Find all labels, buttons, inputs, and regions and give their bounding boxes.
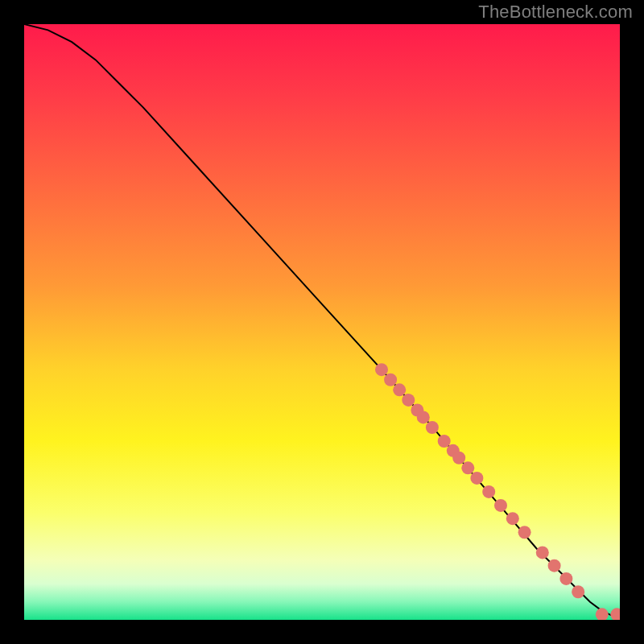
data-point: [438, 435, 451, 448]
data-point: [506, 512, 519, 525]
chart-plot-area: [24, 24, 620, 620]
data-point: [461, 461, 474, 474]
data-point: [393, 383, 406, 396]
data-point: [572, 585, 584, 598]
chart-frame: TheBottleneck.com: [0, 0, 644, 644]
attribution-label: TheBottleneck.com: [478, 2, 633, 23]
chart-svg: [24, 24, 620, 620]
data-point: [426, 421, 439, 434]
data-point: [375, 363, 388, 376]
data-point: [536, 546, 549, 559]
data-point: [482, 485, 495, 498]
data-point: [402, 394, 415, 407]
data-point: [384, 374, 397, 386]
data-point: [518, 526, 531, 539]
data-point: [559, 572, 572, 585]
data-point: [417, 411, 430, 423]
data-point: [548, 559, 561, 572]
data-point: [470, 472, 483, 485]
data-point: [494, 499, 507, 512]
data-point: [452, 452, 465, 464]
